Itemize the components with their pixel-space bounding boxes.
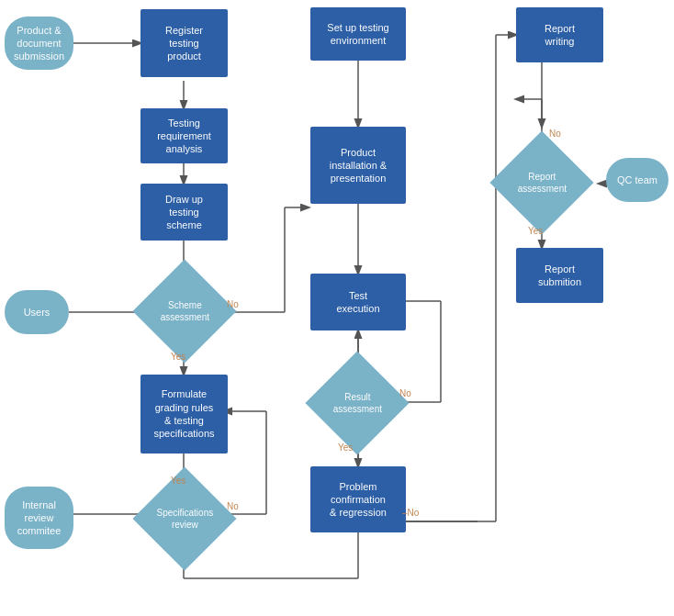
set-up-box: Set up testingenvironment (310, 7, 406, 61)
users-label: Users (24, 306, 51, 319)
yes-scheme-label: Yes (171, 352, 185, 362)
result-assess-diamond: Resultassessment (305, 351, 409, 454)
specs-review-label: Specificationsreview (151, 507, 219, 531)
no-specs-label: No (227, 501, 239, 511)
product-install-box: Productinstallation &presentation (310, 127, 406, 204)
testing-req-box: Testingrequirementanalysis (140, 108, 228, 163)
product-doc-box: Product & document submission (5, 17, 73, 70)
scheme-assess-diamond: Schemeassessment (132, 259, 236, 363)
set-up-label: Set up testingenvironment (327, 21, 388, 48)
yes-report-label: Yes (528, 226, 543, 236)
qc-team-box: QC team (606, 158, 668, 202)
flowchart: Product & document submission Registerte… (0, 0, 674, 616)
formulate-box: Formulategrading rules& testingspecifica… (140, 375, 228, 454)
product-install-label: Productinstallation &presentation (330, 146, 387, 185)
internal-review-label: Internalreviewcommitee (17, 498, 62, 538)
testing-req-label: Testingrequirementanalysis (157, 117, 211, 156)
test-exec-label: Testexecution (336, 289, 379, 316)
problem-conf-box: Problemconfirmation& regression (310, 466, 406, 532)
qc-team-label: QC team (617, 174, 657, 186)
draw-up-box: Draw uptestingscheme (140, 184, 228, 241)
yes-formulate-label: Yes (171, 476, 185, 486)
register-label: Registertestingproduct (165, 24, 203, 63)
formulate-label: Formulategrading rules& testingspecifica… (153, 387, 214, 440)
report-submit-label: Reportsubmition (538, 263, 581, 289)
no-report-label: No (549, 129, 561, 139)
specs-review-wrap: Specificationsreview (147, 481, 222, 556)
no-problem-label: –No (402, 508, 419, 518)
scheme-assess-label: Schemeassessment (151, 299, 219, 323)
users-box: Users (5, 290, 69, 334)
internal-review-box: Internalreviewcommitee (5, 487, 73, 549)
report-writing-label: Reportwriting (545, 22, 575, 49)
no-scheme-label: No (227, 299, 239, 309)
no-result-label: No (399, 388, 411, 398)
result-assess-wrap: Resultassessment (320, 365, 395, 441)
test-exec-box: Testexecution (310, 274, 406, 330)
product-doc-label: Product & document submission (10, 24, 68, 63)
yes-result-label: Yes (338, 442, 353, 453)
draw-up-label: Draw uptestingscheme (165, 193, 203, 232)
report-assess-label: Reportassessment (508, 171, 577, 195)
result-assess-label: Resultassessment (323, 391, 392, 415)
report-submit-box: Reportsubmition (516, 248, 603, 303)
report-assess-diamond: Reportassessment (489, 130, 593, 234)
report-assess-wrap: Reportassessment (504, 145, 579, 220)
report-writing-box: Reportwriting (516, 7, 603, 62)
scheme-assess-wrap: Schemeassessment (147, 274, 222, 349)
register-box: Registertestingproduct (140, 9, 228, 77)
problem-conf-label: Problemconfirmation& regression (330, 480, 387, 520)
